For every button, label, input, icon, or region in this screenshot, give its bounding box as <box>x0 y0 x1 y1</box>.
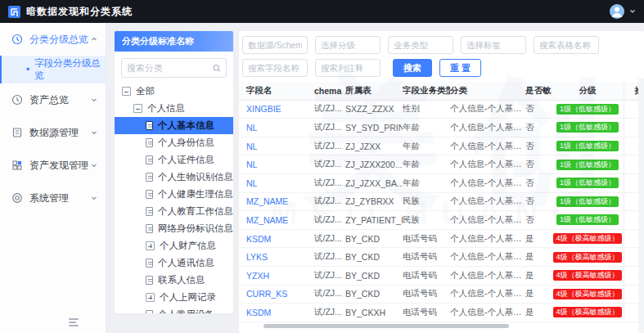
schema-cell: 试/ZJ... <box>314 307 345 318</box>
collapse-toggle-icon[interactable] <box>122 87 131 96</box>
level-badge: 4级（极高敏感级） <box>553 289 621 299</box>
business-type-filter[interactable] <box>388 36 453 54</box>
user-menu-chevron-down-icon[interactable] <box>629 8 636 15</box>
col-header-field[interactable]: 字段名 <box>239 85 314 97</box>
field-table: 字段名 chema 所属表 字段业务类型 分类 是否敏感 分级 操作 XINGB… <box>239 82 644 322</box>
expand-toggle-icon[interactable] <box>146 241 155 250</box>
tree-node-expandable[interactable]: 个人财产信息 <box>115 237 233 254</box>
table-cell: SXZZ_ZZXX <box>345 104 403 114</box>
tag-filter[interactable] <box>461 36 526 54</box>
field-link[interactable]: MZ_NAME <box>239 215 314 225</box>
field-link[interactable]: MZ_NAME <box>239 196 314 206</box>
datasource-schema-filter[interactable] <box>242 36 308 54</box>
tree-node-leaf[interactable]: 网络身份标识信息 <box>115 220 233 237</box>
field-link[interactable]: NL <box>239 142 314 151</box>
chevron-down-icon <box>91 195 97 201</box>
tree-node-leaf[interactable]: 联系人信息 <box>115 272 233 289</box>
field-link[interactable]: KSDM <box>239 308 314 317</box>
collapse-sidebar-icon[interactable] <box>69 318 79 326</box>
col-header-category[interactable]: 分类 <box>450 85 525 97</box>
search-button[interactable]: 搜索 <box>393 59 432 77</box>
schema-cell: 试/ZJ... <box>314 233 345 245</box>
field-link[interactable]: NL <box>239 123 314 133</box>
table-name-filter[interactable] <box>534 36 599 54</box>
chevron-down-icon <box>91 162 97 169</box>
gear-icon <box>11 192 23 204</box>
sidebar-item-label: 数据源管理 <box>29 126 79 140</box>
biz-cell: 年龄 <box>403 141 450 152</box>
tree-node-leaf[interactable]: 个人教育工作信息 <box>115 203 233 220</box>
reset-button[interactable]: 重 置 <box>439 59 481 77</box>
expand-toggle-icon[interactable] <box>146 293 155 302</box>
collapse-toggle-icon[interactable] <box>133 104 142 113</box>
sidebar-item-label: 分类分级总览 <box>29 33 88 47</box>
sidebar-item-classification-overview[interactable]: 分类分级总览 <box>0 23 106 56</box>
level-filter[interactable] <box>315 36 381 54</box>
classification-tree: 全部 个人信息 个人基本信息 个人身份信息 个人证件信息 个人生物识别信息 个人… <box>115 83 233 313</box>
col-header-sensitive[interactable]: 是否敏感 <box>525 85 552 97</box>
field-link[interactable]: NL <box>239 160 314 169</box>
column-comment-filter[interactable] <box>315 59 381 77</box>
col-header-business-type[interactable]: 字段业务类型 <box>403 85 450 97</box>
file-icon <box>146 259 153 268</box>
grid-icon <box>11 160 23 171</box>
table-row: YZXH 试/ZJ... BY_CKD 电话号码 个人信息-个人基本... 是 … <box>239 267 644 286</box>
category-cell: 个人信息-个人基本... <box>450 196 525 207</box>
sensitive-cell: 是 <box>525 307 552 318</box>
category-cell: 个人信息-个人基本... <box>450 159 525 170</box>
file-icon <box>146 310 153 313</box>
category-cell: 个人信息-个人基本... <box>450 307 525 318</box>
sidebar-item-field-classification-overview[interactable]: • 字段分类分级总览 <box>0 56 106 83</box>
table-cell: ZJ_JZXX <box>345 142 403 151</box>
vertical-scrollbar-track[interactable] <box>638 79 644 333</box>
table-cell: ZJ_JZXX_BA... <box>345 178 403 188</box>
biz-cell: 电话号码 <box>403 288 450 299</box>
chevron-down-icon <box>91 97 97 103</box>
field-link[interactable]: CURR_KS <box>239 289 314 299</box>
field-link[interactable]: LYKS <box>239 252 314 262</box>
sidebar: 分类分级总览 • 字段分类分级总览 资产总览 数据源管理 资产发现管理 系统管理 <box>0 23 106 333</box>
biz-cell: 电话号码 <box>403 307 450 318</box>
field-link[interactable]: KSDM <box>239 234 314 244</box>
field-name-filter[interactable] <box>242 59 308 77</box>
field-link[interactable]: YZXH <box>239 271 314 281</box>
table-cell: BY_CKD <box>345 252 403 262</box>
sidebar-item-system-management[interactable]: 系统管理 <box>0 182 106 214</box>
col-header-table[interactable]: 所属表 <box>345 85 403 97</box>
tree-node-leaf[interactable]: 个人基本信息 <box>115 117 233 134</box>
tree-search-box <box>121 58 227 78</box>
schema-cell: 试/ZJ... <box>314 196 345 207</box>
col-header-schema[interactable]: chema <box>314 86 345 96</box>
horizontal-scrollbar-thumb[interactable] <box>263 324 509 328</box>
tree-node-leaf[interactable]: 个人证件信息 <box>115 151 233 169</box>
tree-node-leaf[interactable]: 个人身份信息 <box>115 134 233 151</box>
tree-node-leaf[interactable]: 个人健康生理信息 <box>115 186 233 203</box>
user-avatar[interactable] <box>610 4 624 19</box>
app-title: 暗数据发现和分类系统 <box>26 5 133 19</box>
field-link[interactable]: XINGBIE <box>239 104 314 114</box>
biz-cell: 年龄 <box>403 159 450 170</box>
col-header-level[interactable]: 分级 <box>552 85 624 97</box>
topbar: 暗数据发现和分类系统 <box>0 0 644 23</box>
sensitive-cell: 否 <box>525 214 552 226</box>
tree-search-input[interactable] <box>127 63 213 73</box>
tree-node-all[interactable]: 全部 <box>115 83 233 100</box>
tree-node-leaf[interactable]: 个人常用设备 <box>115 306 233 313</box>
biz-cell: 性别 <box>403 103 450 115</box>
field-link[interactable]: NL <box>239 178 314 188</box>
sidebar-item-asset-overview[interactable]: 资产总览 <box>0 83 106 116</box>
tree-node-expandable[interactable]: 个人上网记录 <box>115 289 233 306</box>
tree-node-leaf[interactable]: 个人生物识别信息 <box>115 169 233 186</box>
sensitive-cell: 否 <box>525 103 552 115</box>
sidebar-item-datasource-management[interactable]: 数据源管理 <box>0 116 106 149</box>
table-row: XINGBIE 试/ZJ... SXZZ_ZZXX 性别 个人信息-个人基本..… <box>239 101 644 119</box>
table-cell: BY_CKD <box>345 271 403 281</box>
sidebar-item-label: 资产发现管理 <box>29 159 88 173</box>
classification-tree-panel: 分类分级标准名称 全部 个人信息 个人基本信息 个人身份信息 个人证件信息 个人… <box>115 31 233 313</box>
sidebar-item-asset-discovery-management[interactable]: 资产发现管理 <box>0 149 106 182</box>
table-row: NL 试/ZJ... ZJ_JZXX 年龄 个人信息-个人基本... 否 1级（… <box>239 137 644 156</box>
search-icon[interactable] <box>213 64 221 73</box>
tree-node-personal-info[interactable]: 个人信息 <box>115 100 233 117</box>
tree-node-leaf[interactable]: 个人通讯信息 <box>115 254 233 272</box>
level-badge: 4级（极高敏感级） <box>553 307 621 317</box>
